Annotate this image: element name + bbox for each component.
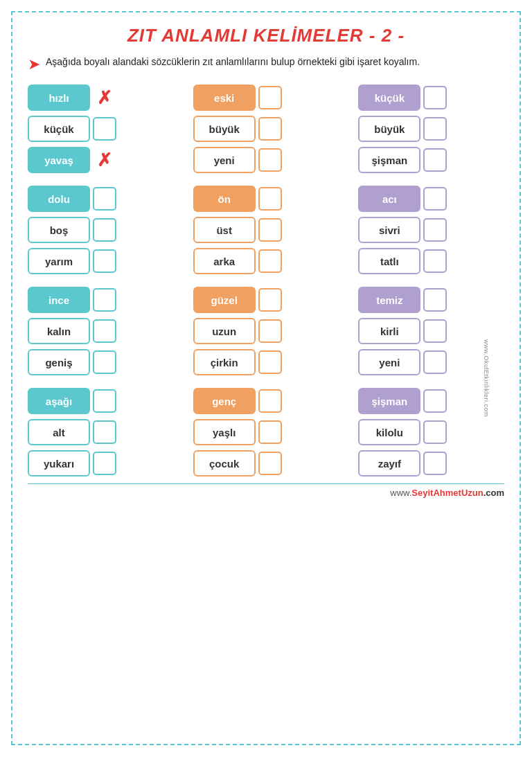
word-box: kirli [358, 318, 420, 344]
answer-box[interactable] [423, 389, 447, 413]
word-box: yukarı [28, 450, 90, 477]
x-mark: ✗ [93, 86, 116, 109]
footer-www: www. [390, 488, 411, 498]
word-box: zayıf [358, 450, 420, 477]
answer-box[interactable] [93, 288, 116, 312]
list-item: üst [193, 217, 339, 243]
page-title: ZIT ANLAMLI KELİMELER - 2 - [28, 25, 504, 46]
answer-box[interactable] [93, 420, 116, 444]
answer-box[interactable] [93, 218, 116, 242]
word-box-highlighted: acı [358, 186, 420, 212]
answer-box[interactable] [423, 452, 447, 475]
answer-box[interactable] [423, 86, 447, 109]
answer-box[interactable] [258, 389, 282, 413]
answer-box[interactable] [258, 319, 282, 343]
answer-box[interactable] [93, 249, 116, 273]
list-item: yeni [193, 147, 339, 173]
answer-box[interactable] [258, 350, 282, 374]
answer-box[interactable] [423, 420, 447, 444]
word-box-highlighted: ince [28, 287, 90, 313]
answer-box[interactable] [258, 148, 282, 172]
word-box: yeni [193, 147, 256, 173]
word-box: geniş [28, 349, 90, 375]
answer-box[interactable] [93, 350, 116, 374]
page: ZIT ANLAMLI KELİMELER - 2 - ➤ Aşağıda bo… [11, 11, 521, 745]
answer-box[interactable] [93, 452, 116, 475]
list-item: geniş [28, 349, 174, 375]
list-item: sivri [358, 217, 504, 243]
answer-box[interactable] [258, 218, 282, 242]
word-box-highlighted: güzel [193, 287, 256, 313]
section-1: hızlı ✗ küçük yavaş ✗ eski büyük [28, 84, 504, 173]
list-item: uzun [193, 318, 339, 344]
word-box: yaşlı [193, 419, 256, 445]
word-box: alt [28, 419, 90, 445]
list-item: güzel [193, 287, 339, 313]
list-item: yukarı [28, 450, 174, 477]
x-mark: ✗ [93, 148, 116, 172]
word-box: boş [28, 217, 90, 243]
list-item: zayıf [358, 450, 504, 477]
list-item: yarım [28, 248, 174, 274]
list-item: şişman [358, 147, 504, 173]
instruction-row: ➤ Aşağıda boyalı alandaki sözcüklerin zı… [28, 55, 504, 73]
list-item: tatlı [358, 248, 504, 274]
answer-box[interactable] [258, 452, 282, 475]
answer-box[interactable] [258, 187, 282, 211]
list-item: yaşlı [193, 419, 339, 445]
answer-box[interactable] [258, 86, 282, 109]
answer-box[interactable] [258, 249, 282, 273]
arrow-icon: ➤ [28, 55, 40, 73]
answer-box[interactable] [423, 319, 447, 343]
section3-col-orange: güzel uzun çirkin [193, 287, 339, 375]
footer-ext: .com [484, 488, 504, 498]
answer-box[interactable] [258, 288, 282, 312]
answer-box[interactable] [423, 350, 447, 374]
list-item: çirkin [193, 349, 339, 375]
list-item: acı [358, 186, 504, 212]
section2-col-orange: ön üst arka [193, 186, 339, 274]
word-box-highlighted: eski [193, 84, 256, 111]
watermark-side: www.OkulEtkinlikleri.com [483, 339, 490, 417]
section2-col-blue: dolu boş yarım [28, 186, 174, 274]
answer-box[interactable] [423, 288, 447, 312]
word-box-highlighted: genç [193, 388, 256, 414]
answer-box[interactable] [93, 187, 116, 211]
answer-box[interactable] [423, 148, 447, 172]
word-box: sivri [358, 217, 420, 243]
word-box: uzun [193, 318, 256, 344]
answer-box[interactable] [93, 389, 116, 413]
word-box: büyük [358, 116, 420, 142]
answer-box[interactable] [258, 420, 282, 444]
section4-col-blue: aşağı alt yukarı [28, 388, 174, 477]
word-box-highlighted: temiz [358, 287, 420, 313]
list-item: ince [28, 287, 174, 313]
word-box: üst [193, 217, 256, 243]
answer-box[interactable] [93, 117, 116, 141]
word-box: yarım [28, 248, 90, 274]
list-item: büyük [358, 116, 504, 142]
answer-box[interactable] [423, 117, 447, 141]
word-box: çocuk [193, 450, 256, 477]
section-2: dolu boş yarım ön üst arka [28, 186, 504, 274]
list-item: genç [193, 388, 339, 414]
answer-box[interactable] [423, 218, 447, 242]
footer-site: SeyitAhmetUzun [411, 488, 483, 498]
answer-box[interactable] [423, 187, 447, 211]
answer-box[interactable] [93, 319, 116, 343]
list-item: eski [193, 84, 339, 111]
list-item: yavaş ✗ [28, 147, 174, 173]
word-box-highlighted: ön [193, 186, 256, 212]
instruction-text: Aşağıda boyalı alandaki sözcüklerin zıt … [46, 55, 420, 69]
list-item: çocuk [193, 450, 339, 477]
list-item: dolu [28, 186, 174, 212]
list-item: büyük [193, 116, 339, 142]
answer-box[interactable] [258, 117, 282, 141]
section-4: aşağı alt yukarı genç yaşlı ço [28, 388, 504, 477]
word-box-highlighted: aşağı [28, 388, 90, 414]
list-item: boş [28, 217, 174, 243]
list-item: kalın [28, 318, 174, 344]
section1-col-orange: eski büyük yeni [193, 84, 339, 173]
answer-box[interactable] [423, 249, 447, 273]
word-box: kalın [28, 318, 90, 344]
